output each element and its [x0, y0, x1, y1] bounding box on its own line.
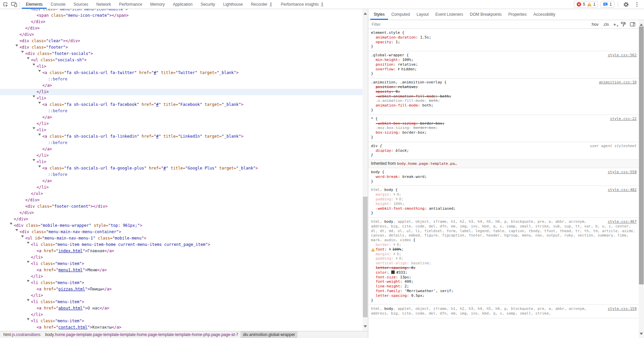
dom-row[interactable]: </ul> [0, 191, 363, 197]
inherited-node-link[interactable]: body.home.page-template.pa… [397, 161, 457, 166]
css-property[interactable]: font-family: 'Merriweather', serif; [371, 289, 637, 293]
scrollbar-thumb[interactable] [639, 26, 644, 284]
dom-row[interactable]: </div> [0, 216, 363, 222]
dom-row[interactable]: <div class="mobile-menu-wrapper" style="… [0, 222, 363, 229]
css-property[interactable]: vertical-align: baseline; [371, 261, 637, 266]
css-property[interactable]: min-height: 100%; [371, 58, 637, 62]
stylesheet-link[interactable]: style.css:159 [608, 307, 637, 311]
dom-row[interactable]: </li> [0, 254, 363, 261]
dom-row[interactable]: <li class="menu-item"> [0, 318, 363, 324]
expand-shorthand-icon[interactable] [398, 68, 400, 70]
expand-arrow-icon[interactable] [15, 229, 18, 232]
dom-row[interactable]: <li class="menu-item"> [0, 261, 363, 267]
dom-row[interactable]: <a href="menu1.html">Меню</a> [0, 267, 363, 273]
dom-row[interactable]: </div> [0, 25, 363, 31]
dom-row[interactable]: ::before [0, 172, 363, 178]
dom-row[interactable]: <a class="fa sh-socials-url fa-facebook"… [0, 102, 363, 108]
dom-row[interactable]: </a> [0, 146, 363, 152]
dom-row[interactable]: <li> [0, 63, 363, 70]
settings-button[interactable] [622, 0, 630, 8]
dom-row[interactable]: <li> [0, 127, 363, 133]
sidebar-tab-dom-breakpoints[interactable]: DOM Breakpoints [467, 9, 505, 20]
css-property[interactable]: height: 100%; [371, 202, 637, 206]
css-property[interactable]: overflow: hidden; [371, 67, 637, 72]
stylesheet-link[interactable]: style.css:558 [608, 170, 637, 175]
styles-scrollbar[interactable] [639, 20, 644, 338]
expand-arrow-icon[interactable] [27, 280, 30, 283]
sidebar-tab-layout[interactable]: Layout [413, 9, 432, 20]
color-swatch[interactable] [391, 270, 395, 274]
css-property[interactable]: font-weight: 400; [371, 279, 637, 284]
expand-shorthand-icon[interactable] [389, 248, 391, 251]
dom-row[interactable]: <ul id="menu-main-nav-menu-1" class="mob… [0, 235, 363, 242]
expand-arrow-icon[interactable] [27, 261, 30, 264]
css-property[interactable]: display: block; [371, 148, 637, 153]
expand-shorthand-icon[interactable] [394, 193, 395, 196]
expand-arrow-icon[interactable] [15, 45, 18, 48]
css-property[interactable]: box-sizing: border-box; [371, 130, 637, 135]
sidebar-tab-computed[interactable]: Computed [388, 9, 413, 20]
inspect-element-button[interactable] [1, 0, 10, 8]
scroll-down-icon[interactable] [364, 325, 367, 329]
tab-lighthouse[interactable]: Lighthouse [219, 0, 247, 9]
dom-row[interactable]: </li> [0, 121, 363, 127]
dom-row[interactable]: <div class="menu-main-nav-menu-container… [0, 229, 363, 235]
dom-row[interactable]: ::before [0, 140, 363, 146]
scrollbar-thumb[interactable] [363, 197, 368, 317]
more-options-button[interactable] [633, 0, 641, 8]
css-property[interactable]: -o-animation-fill-mode: both; [371, 98, 637, 103]
css-property[interactable]: margin: 0; [371, 252, 637, 257]
css-property[interactable]: -webkit-box-sizing: border-box; [371, 121, 637, 126]
expand-arrow-icon[interactable] [38, 165, 41, 169]
expand-arrow-icon[interactable] [21, 51, 24, 54]
css-property[interactable]: -webkit-animation-fill-mode: both; [371, 94, 637, 99]
new-style-rule-button[interactable]: + [613, 22, 616, 26]
dom-row[interactable]: </div> [0, 19, 363, 25]
expand-arrow-icon[interactable] [33, 64, 35, 67]
expand-arrow-icon[interactable] [33, 127, 35, 131]
dom-row[interactable]: <a class="fa sh-socials-url fa-linkedin"… [0, 133, 363, 140]
css-property[interactable]: color: #333; [371, 270, 637, 275]
dom-row[interactable]: <li class="menu-item menu-item-home curr… [0, 242, 363, 248]
css-property[interactable]: position: relative; [371, 62, 637, 67]
css-property[interactable]: opacity: 0; [371, 89, 637, 94]
dom-row[interactable]: ::before [0, 108, 363, 114]
breadcrumb-item[interactable]: body.home.page-template.page-template-te… [43, 331, 241, 338]
dom-row[interactable]: </li> [0, 184, 363, 191]
expand-arrow-icon[interactable] [27, 242, 30, 245]
stylesheet-link[interactable]: animsition.css:10 [599, 80, 637, 85]
dom-row[interactable]: </li> [0, 89, 363, 95]
rendering-emulation-button[interactable] [621, 22, 626, 27]
sidebar-tab-styles[interactable]: Styles [370, 9, 388, 20]
dom-row[interactable]: <div class="footer-content"></div> [0, 203, 363, 210]
dom-row[interactable]: <a href="index.html">Главная</a> [0, 248, 363, 254]
dom-row[interactable]: <a href="about.html">О нас</a> [0, 305, 363, 312]
expand-arrow-icon[interactable] [27, 299, 30, 302]
toggle-class-button[interactable]: .cls [603, 22, 609, 27]
css-property[interactable]: position: relative; [371, 85, 637, 89]
expand-arrow-icon[interactable] [33, 95, 35, 99]
dom-row[interactable]: <a href="contact.html">Контакты</a> [0, 324, 363, 331]
breadcrumb-item[interactable]: html.js.csstransitions [1, 331, 43, 338]
expand-arrow-icon[interactable] [21, 235, 24, 239]
dom-row[interactable]: <span class="menu-icon-create"></span> [0, 12, 363, 19]
tab-sources[interactable]: Sources [69, 0, 92, 9]
dom-row[interactable]: </div> [0, 31, 363, 38]
css-property[interactable]: line-height: 2; [371, 284, 637, 289]
device-toolbar-button[interactable] [10, 0, 18, 8]
css-property[interactable]: border: 0; [371, 243, 637, 247]
css-property[interactable]: -moz-box-sizing: border-box; [371, 126, 637, 130]
dom-row[interactable]: ::before [0, 76, 363, 82]
dom-row[interactable]: </a> [0, 178, 363, 184]
scroll-up-icon[interactable] [364, 11, 367, 15]
sidebar-tab-event-listeners[interactable]: Event Listeners [432, 9, 467, 20]
dom-row[interactable]: <li> [0, 159, 363, 165]
dom-row[interactable]: <div class="footer"> [0, 44, 363, 51]
scroll-down-icon[interactable] [640, 333, 643, 337]
tab-application[interactable]: Application [169, 0, 197, 9]
tab-performance[interactable]: Performance [115, 0, 146, 9]
dom-row[interactable]: </a> [0, 82, 363, 89]
css-property[interactable]: padding: 0; [371, 197, 637, 202]
toggle-pseudo-class-button[interactable]: :hov [591, 22, 599, 27]
expand-arrow-icon[interactable] [10, 223, 12, 226]
